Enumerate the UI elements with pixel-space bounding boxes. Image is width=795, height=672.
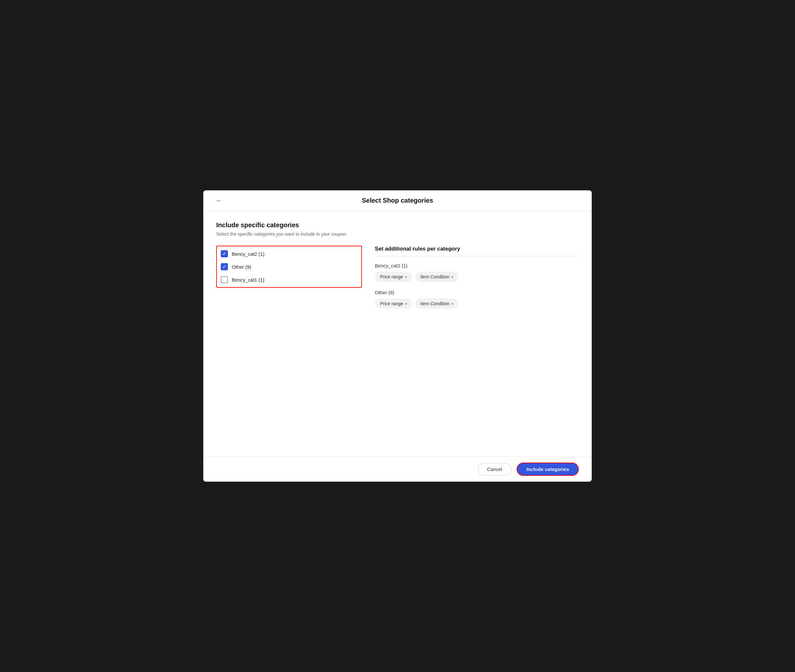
section-subtitle: Select the specific categories you want … [216,232,579,237]
price-range-label-1: Price range [380,274,403,279]
modal-content: Include specific categories Select the s… [203,211,592,456]
category-item-other[interactable]: Other (9) [221,263,357,270]
category-item-bency-cat2[interactable]: Bency_cat2 (1) [221,250,357,258]
modal-header: ← Select Shop categories [203,190,592,211]
categories-list: Bency_cat2 (1) Other (9) Bency_cat1 (1) [216,246,362,288]
rule-group-other: Other (9) Price range ▾ Item Condition ▾ [375,290,579,309]
price-range-dropdown-1[interactable]: Price range ▾ [375,272,412,282]
category-label-bency-cat2: Bency_cat2 (1) [232,251,264,257]
price-range-label-2: Price range [380,301,403,306]
item-condition-dropdown-1[interactable]: Item Condition ▾ [415,272,458,282]
checkbox-bency-cat1[interactable] [221,276,228,283]
back-button[interactable]: ← [213,195,225,206]
rule-group-bency-cat2: Bency_cat2 (1) Price range ▾ Item Condit… [375,263,579,282]
include-categories-button[interactable]: Include categories [517,462,579,476]
category-label-bency-cat1: Bency_cat1 (1) [232,277,264,283]
rule-group-other-buttons: Price range ▾ Item Condition ▾ [375,298,579,309]
section-title: Include specific categories [216,221,579,229]
item-condition-dropdown-2[interactable]: Item Condition ▾ [415,298,458,309]
rules-panel: Set additional rules per category Bency_… [375,246,579,317]
chevron-down-icon-price-2: ▾ [405,302,407,306]
price-range-dropdown-2[interactable]: Price range ▾ [375,298,412,309]
modal: ← Select Shop categories Include specifi… [203,190,592,482]
checkbox-other[interactable] [221,263,228,270]
category-item-bency-cat1[interactable]: Bency_cat1 (1) [221,276,357,283]
rules-panel-title: Set additional rules per category [375,246,579,256]
item-condition-label-1: Item Condition [421,274,449,279]
chevron-down-icon-price-1: ▾ [405,275,407,279]
rule-group-bency-cat2-buttons: Price range ▾ Item Condition ▾ [375,272,579,282]
chevron-down-icon-condition-2: ▾ [451,302,453,306]
item-condition-label-2: Item Condition [421,301,449,306]
chevron-down-icon-condition-1: ▾ [451,275,453,279]
main-grid: Bency_cat2 (1) Other (9) Bency_cat1 (1) … [216,246,579,317]
checkbox-bency-cat2[interactable] [221,250,228,258]
rule-group-other-label: Other (9) [375,290,579,295]
category-label-other: Other (9) [232,264,251,270]
rule-group-bency-cat2-label: Bency_cat2 (1) [375,263,579,268]
modal-footer: Cancel Include categories [203,456,592,482]
cancel-button[interactable]: Cancel [478,463,512,475]
header-title: Select Shop categories [213,197,582,204]
